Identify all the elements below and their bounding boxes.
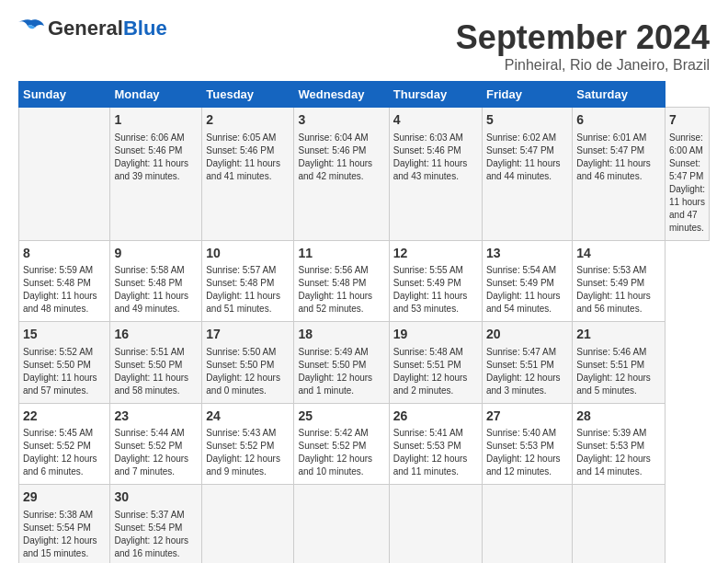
day-detail: Sunrise: 6:01 AM Sunset: 5:47 PM Dayligh… — [576, 132, 661, 183]
calendar-cell: 10Sunrise: 5:57 AM Sunset: 5:48 PM Dayli… — [202, 240, 294, 322]
day-number: 8 — [23, 245, 106, 263]
day-detail: Sunrise: 6:02 AM Sunset: 5:47 PM Dayligh… — [486, 132, 568, 183]
calendar-cell — [19, 108, 110, 241]
day-detail: Sunrise: 5:45 AM Sunset: 5:52 PM Dayligh… — [23, 427, 106, 478]
calendar-cell: 28Sunrise: 5:39 AM Sunset: 5:53 PM Dayli… — [573, 403, 665, 485]
calendar-cell: 2Sunrise: 6:05 AM Sunset: 5:46 PM Daylig… — [202, 108, 294, 241]
day-number: 11 — [298, 245, 384, 263]
calendar-cell — [573, 485, 665, 563]
day-number: 1 — [114, 111, 198, 130]
calendar-week-row: 22Sunrise: 5:45 AM Sunset: 5:52 PM Dayli… — [19, 403, 710, 485]
day-detail: Sunrise: 5:51 AM Sunset: 5:50 PM Dayligh… — [114, 346, 198, 397]
calendar-table: SundayMondayTuesdayWednesdayThursdayFrid… — [18, 81, 710, 563]
calendar-cell: 16Sunrise: 5:51 AM Sunset: 5:50 PM Dayli… — [110, 322, 202, 404]
calendar-cell: 19Sunrise: 5:48 AM Sunset: 5:51 PM Dayli… — [389, 322, 482, 404]
weekday-header-saturday: Saturday — [573, 82, 665, 108]
calendar-week-row: 15Sunrise: 5:52 AM Sunset: 5:50 PM Dayli… — [19, 322, 710, 404]
calendar-cell: 14Sunrise: 5:53 AM Sunset: 5:49 PM Dayli… — [573, 240, 665, 322]
day-number: 22 — [23, 408, 106, 426]
weekday-header-friday: Friday — [482, 82, 572, 108]
day-number: 19 — [393, 326, 478, 344]
calendar-cell: 21Sunrise: 5:46 AM Sunset: 5:51 PM Dayli… — [573, 322, 665, 404]
day-number: 15 — [23, 326, 106, 344]
calendar-body: 1Sunrise: 6:06 AM Sunset: 5:46 PM Daylig… — [19, 108, 710, 564]
logo-bird-icon — [18, 18, 44, 39]
day-number: 26 — [393, 408, 478, 426]
day-number: 24 — [206, 408, 290, 426]
calendar-cell — [294, 485, 389, 563]
day-detail: Sunrise: 5:54 AM Sunset: 5:49 PM Dayligh… — [486, 264, 568, 316]
day-number: 4 — [393, 111, 478, 130]
day-number: 3 — [298, 111, 384, 130]
day-number: 17 — [206, 326, 290, 344]
calendar-cell: 12Sunrise: 5:55 AM Sunset: 5:49 PM Dayli… — [389, 240, 482, 322]
day-detail: Sunrise: 5:49 AM Sunset: 5:50 PM Dayligh… — [298, 346, 384, 397]
day-number: 16 — [114, 326, 198, 344]
weekday-header-row: SundayMondayTuesdayWednesdayThursdayFrid… — [19, 82, 710, 108]
day-number: 13 — [486, 245, 568, 263]
calendar-subtitle: Pinheiral, Rio de Janeiro, Brazil — [456, 57, 710, 74]
calendar-cell: 22Sunrise: 5:45 AM Sunset: 5:52 PM Dayli… — [19, 403, 110, 485]
day-detail: Sunrise: 5:47 AM Sunset: 5:51 PM Dayligh… — [486, 346, 568, 397]
day-detail: Sunrise: 5:59 AM Sunset: 5:48 PM Dayligh… — [23, 264, 106, 316]
day-number: 29 — [23, 488, 106, 507]
calendar-cell: 17Sunrise: 5:50 AM Sunset: 5:50 PM Dayli… — [202, 322, 294, 404]
day-detail: Sunrise: 6:05 AM Sunset: 5:46 PM Dayligh… — [206, 132, 290, 183]
calendar-cell: 7Sunrise: 6:00 AM Sunset: 5:47 PM Daylig… — [665, 108, 710, 241]
weekday-header-tuesday: Tuesday — [202, 82, 294, 108]
day-number: 6 — [576, 111, 661, 130]
calendar-cell: 25Sunrise: 5:42 AM Sunset: 5:52 PM Dayli… — [294, 403, 389, 485]
logo-text: GeneralBlue — [48, 18, 167, 39]
day-number: 5 — [486, 111, 568, 130]
weekday-header-sunday: Sunday — [19, 82, 110, 108]
calendar-cell: 8Sunrise: 5:59 AM Sunset: 5:48 PM Daylig… — [19, 240, 110, 322]
day-detail: Sunrise: 6:04 AM Sunset: 5:46 PM Dayligh… — [298, 132, 384, 183]
day-detail: Sunrise: 5:55 AM Sunset: 5:49 PM Dayligh… — [393, 264, 478, 316]
day-detail: Sunrise: 5:44 AM Sunset: 5:52 PM Dayligh… — [114, 427, 198, 478]
day-number: 23 — [114, 408, 198, 426]
day-number: 12 — [393, 245, 478, 263]
day-detail: Sunrise: 5:52 AM Sunset: 5:50 PM Dayligh… — [23, 346, 106, 397]
day-detail: Sunrise: 6:03 AM Sunset: 5:46 PM Dayligh… — [393, 132, 478, 183]
calendar-cell: 11Sunrise: 5:56 AM Sunset: 5:48 PM Dayli… — [294, 240, 389, 322]
logo: GeneralBlue — [18, 18, 167, 39]
day-detail: Sunrise: 5:43 AM Sunset: 5:52 PM Dayligh… — [206, 427, 290, 478]
day-number: 21 — [576, 326, 661, 344]
day-detail: Sunrise: 5:48 AM Sunset: 5:51 PM Dayligh… — [393, 346, 478, 397]
day-number: 9 — [114, 245, 198, 263]
day-number: 7 — [669, 111, 705, 130]
calendar-cell: 6Sunrise: 6:01 AM Sunset: 5:47 PM Daylig… — [573, 108, 665, 241]
calendar-title: September 2024 — [456, 18, 710, 57]
weekday-header-wednesday: Wednesday — [294, 82, 389, 108]
day-number: 30 — [114, 488, 198, 507]
weekday-header-monday: Monday — [110, 82, 202, 108]
day-number: 14 — [576, 245, 661, 263]
day-detail: Sunrise: 5:53 AM Sunset: 5:49 PM Dayligh… — [576, 264, 661, 316]
calendar-cell: 29Sunrise: 5:38 AM Sunset: 5:54 PM Dayli… — [19, 485, 110, 563]
day-detail: Sunrise: 5:58 AM Sunset: 5:48 PM Dayligh… — [114, 264, 198, 316]
calendar-cell: 4Sunrise: 6:03 AM Sunset: 5:46 PM Daylig… — [389, 108, 482, 241]
calendar-cell: 27Sunrise: 5:40 AM Sunset: 5:53 PM Dayli… — [482, 403, 572, 485]
calendar-week-row: 8Sunrise: 5:59 AM Sunset: 5:48 PM Daylig… — [19, 240, 710, 322]
day-detail: Sunrise: 5:38 AM Sunset: 5:54 PM Dayligh… — [23, 509, 106, 560]
calendar-cell: 23Sunrise: 5:44 AM Sunset: 5:52 PM Dayli… — [110, 403, 202, 485]
day-detail: Sunrise: 5:42 AM Sunset: 5:52 PM Dayligh… — [298, 427, 384, 478]
day-detail: Sunrise: 5:50 AM Sunset: 5:50 PM Dayligh… — [206, 346, 290, 397]
weekday-header-thursday: Thursday — [389, 82, 482, 108]
calendar-cell: 24Sunrise: 5:43 AM Sunset: 5:52 PM Dayli… — [202, 403, 294, 485]
day-detail: Sunrise: 6:00 AM Sunset: 5:47 PM Dayligh… — [669, 132, 705, 235]
title-block: September 2024 Pinheiral, Rio de Janeiro… — [456, 18, 710, 74]
page-header: GeneralBlue September 2024 Pinheiral, Ri… — [18, 18, 710, 74]
day-number: 20 — [486, 326, 568, 344]
day-detail: Sunrise: 5:57 AM Sunset: 5:48 PM Dayligh… — [206, 264, 290, 316]
calendar-cell — [389, 485, 482, 563]
day-detail: Sunrise: 5:37 AM Sunset: 5:54 PM Dayligh… — [114, 509, 198, 560]
day-detail: Sunrise: 5:41 AM Sunset: 5:53 PM Dayligh… — [393, 427, 478, 478]
day-number: 27 — [486, 408, 568, 426]
calendar-week-row: 1Sunrise: 6:06 AM Sunset: 5:46 PM Daylig… — [19, 108, 710, 241]
calendar-cell: 15Sunrise: 5:52 AM Sunset: 5:50 PM Dayli… — [19, 322, 110, 404]
day-number: 18 — [298, 326, 384, 344]
day-detail: Sunrise: 6:06 AM Sunset: 5:46 PM Dayligh… — [114, 132, 198, 183]
day-number: 28 — [576, 408, 661, 426]
calendar-cell — [202, 485, 294, 563]
